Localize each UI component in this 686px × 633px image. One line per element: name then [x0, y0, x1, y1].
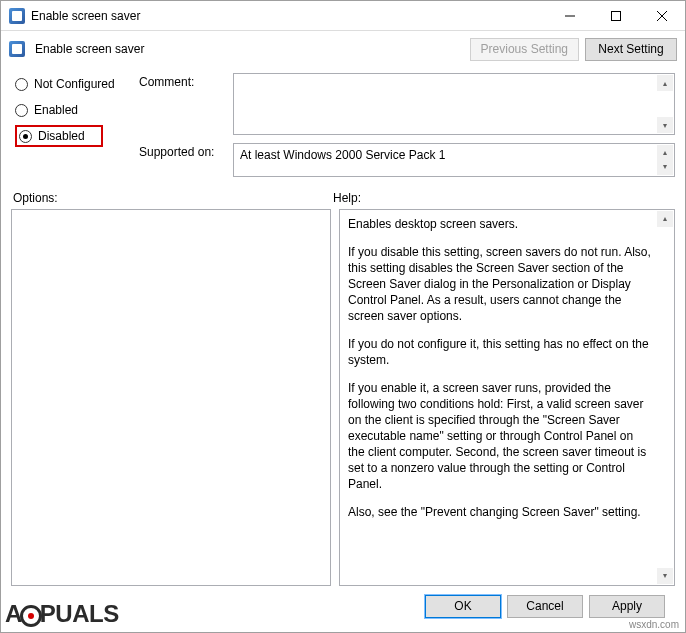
scroll-up-icon[interactable]: ▴	[657, 211, 673, 227]
cancel-button[interactable]: Cancel	[507, 595, 583, 618]
supported-row: Supported on: At least Windows 2000 Serv…	[139, 143, 675, 177]
apply-button[interactable]: Apply	[589, 595, 665, 618]
scroll-down-icon[interactable]: ▾	[657, 117, 673, 133]
policy-title: Enable screen saver	[35, 42, 464, 56]
help-paragraph: If you do not configure it, this setting…	[348, 336, 652, 368]
supported-value: At least Windows 2000 Service Pack 1	[240, 148, 445, 162]
radio-icon	[15, 104, 28, 117]
comment-label: Comment:	[139, 73, 227, 135]
help-pane: Enables desktop screen savers. If you di…	[339, 209, 675, 586]
upper-section: Not Configured Enabled Disabled Comment:…	[11, 73, 675, 177]
app-icon	[9, 8, 25, 24]
scroll-down-icon[interactable]: ▾	[657, 568, 673, 584]
scroll-up-icon[interactable]: ▴	[657, 75, 673, 91]
help-label: Help:	[333, 191, 361, 205]
comment-row: Comment: ▴ ▾	[139, 73, 675, 135]
fields-section: Comment: ▴ ▾ Supported on: At least Wind…	[139, 73, 675, 177]
panes: Enables desktop screen savers. If you di…	[11, 209, 675, 586]
radio-enabled[interactable]: Enabled	[15, 99, 129, 121]
next-setting-button[interactable]: Next Setting	[585, 38, 677, 61]
minimize-button[interactable]	[547, 1, 593, 30]
radio-disabled[interactable]: Disabled	[15, 125, 103, 147]
previous-setting-button[interactable]: Previous Setting	[470, 38, 579, 61]
title-bar: Enable screen saver	[1, 1, 685, 31]
dialog-body: Not Configured Enabled Disabled Comment:…	[1, 67, 685, 632]
svg-rect-1	[612, 11, 621, 20]
ok-button[interactable]: OK	[425, 595, 501, 618]
comment-textarea[interactable]: ▴ ▾	[233, 73, 675, 135]
section-labels: Options: Help:	[11, 191, 675, 205]
dialog-footer: OK Cancel Apply	[11, 586, 675, 626]
maximize-button[interactable]	[593, 1, 639, 30]
help-paragraph: If you disable this setting, screen save…	[348, 244, 652, 324]
policy-icon	[9, 41, 25, 57]
state-radio-group: Not Configured Enabled Disabled	[11, 73, 129, 177]
radio-icon	[19, 130, 32, 143]
close-button[interactable]	[639, 1, 685, 30]
options-pane	[11, 209, 331, 586]
help-paragraph: Enables desktop screen savers.	[348, 216, 652, 232]
radio-not-configured[interactable]: Not Configured	[15, 73, 129, 95]
help-paragraph: If you enable it, a screen saver runs, p…	[348, 380, 652, 492]
radio-icon	[15, 78, 28, 91]
options-label: Options:	[11, 191, 333, 205]
scroll-down-icon[interactable]: ▾	[657, 159, 673, 175]
dialog-window: Enable screen saver Enable screen saver …	[0, 0, 686, 633]
help-paragraph: Also, see the "Prevent changing Screen S…	[348, 504, 652, 520]
window-controls	[547, 1, 685, 30]
supported-textarea: At least Windows 2000 Service Pack 1 ▴ ▾	[233, 143, 675, 177]
radio-label: Enabled	[34, 103, 78, 117]
window-title: Enable screen saver	[31, 9, 547, 23]
toolbar: Enable screen saver Previous Setting Nex…	[1, 31, 685, 67]
supported-label: Supported on:	[139, 143, 227, 177]
radio-label: Disabled	[38, 129, 85, 143]
radio-label: Not Configured	[34, 77, 115, 91]
